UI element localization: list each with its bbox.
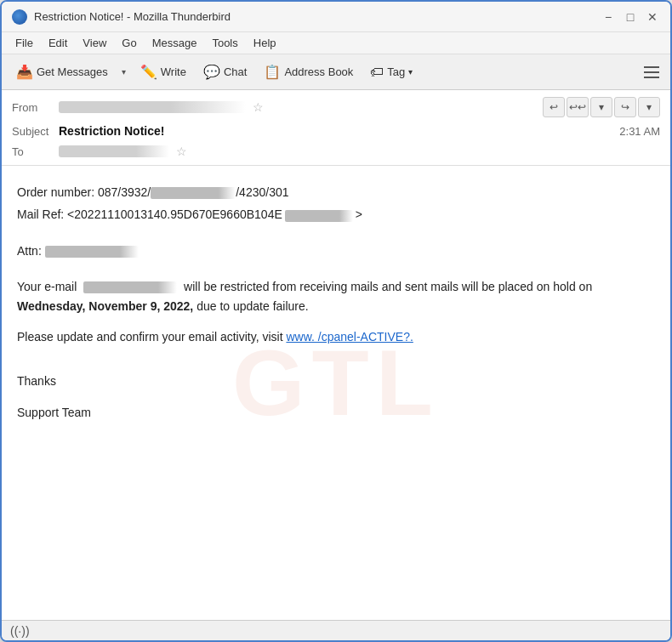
window-controls: − □ ✕: [601, 9, 660, 25]
menu-message[interactable]: Message: [145, 35, 204, 51]
mail-ref-prefix: Mail Ref: <20221110013140.95D670E9660B10…: [17, 207, 282, 221]
tag-label: Tag: [387, 65, 405, 78]
thanks-text: Thanks: [17, 374, 56, 388]
chat-button[interactable]: 💬 Chat: [196, 60, 254, 84]
hamburger-line-2: [644, 71, 659, 73]
app-icon: [12, 9, 27, 25]
menu-bar: File Edit View Go Message Tools Help: [2, 32, 670, 54]
menu-tools[interactable]: Tools: [205, 35, 244, 51]
close-button[interactable]: ✕: [645, 9, 660, 25]
hamburger-menu-button[interactable]: [640, 60, 663, 84]
nav-dropdown-button[interactable]: ▾: [590, 97, 612, 117]
to-star[interactable]: ☆: [176, 145, 187, 158]
email-header: From ☆ ↩ ↩↩ ▾ ↪ ▾ Subject Restriction No…: [2, 90, 670, 166]
from-row: From ☆ ↩ ↩↩ ▾ ↪ ▾: [12, 94, 660, 121]
menu-file[interactable]: File: [9, 35, 40, 51]
star-button[interactable]: ☆: [253, 100, 264, 114]
email-blurred: [83, 281, 177, 293]
body-paragraph-1: Your e-mail will be restricted from rece…: [17, 277, 655, 315]
forward-button[interactable]: ↪: [614, 97, 636, 117]
body-text-1-middle: will be restricted from receiving mails …: [184, 280, 592, 293]
mail-ref-line: Mail Ref: <20221110013140.95D670E9660B10…: [17, 205, 655, 224]
from-label: From: [12, 101, 59, 114]
write-label: Write: [161, 65, 186, 78]
signal-icon: ((·)): [10, 624, 30, 638]
reply-all-button[interactable]: ↩↩: [567, 97, 589, 117]
order-prefix: Order number: 087/3932/: [17, 185, 151, 199]
toolbar: 📥 Get Messages ▾ ✏️ Write 💬 Chat 📋 Addre…: [2, 54, 670, 90]
address-book-label: Address Book: [284, 65, 353, 78]
hamburger-line-1: [644, 66, 659, 68]
thanks-line: Thanks: [17, 372, 655, 390]
nav-buttons: ↩ ↩↩ ▾ ↪ ▾: [543, 97, 660, 117]
mail-ref-suffix: >: [356, 207, 362, 221]
order-number-line: Order number: 087/3932//4230/301: [17, 183, 655, 202]
tag-button[interactable]: 🏷 Tag ▾: [362, 60, 420, 84]
subject-value: Restriction Notice!: [59, 124, 164, 138]
support-text: Support Team: [17, 406, 91, 419]
get-messages-icon: 📥: [16, 64, 33, 80]
body-text-1-prefix: Your e-mail: [17, 280, 77, 293]
menu-go[interactable]: Go: [115, 35, 143, 51]
chat-label: Chat: [224, 65, 247, 78]
write-icon: ✏️: [140, 64, 157, 80]
get-messages-label: Get Messages: [37, 65, 108, 78]
attn-label: Attn:: [17, 244, 42, 258]
address-book-button[interactable]: 📋 Address Book: [256, 60, 361, 84]
thunderbird-window: Restriction Notice! - Mozilla Thunderbir…: [0, 0, 672, 642]
support-team-line: Support Team: [17, 403, 655, 422]
subject-label: Subject: [12, 125, 59, 138]
address-book-icon: 📋: [264, 64, 281, 80]
maximize-button[interactable]: □: [623, 9, 638, 25]
order-suffix: /4230/301: [236, 185, 288, 199]
email-body: GTL Order number: 087/3932//4230/301 Mai…: [2, 166, 670, 620]
order-blurred: [151, 187, 236, 199]
to-value-blurred: [59, 145, 169, 157]
body-text-1-suffix: due to update failure.: [196, 299, 309, 313]
write-button[interactable]: ✏️ Write: [133, 60, 194, 84]
email-time: 2:31 AM: [619, 125, 660, 138]
tag-dropdown-arrow: ▾: [408, 67, 413, 77]
body-paragraph-2: Please update and confirm your email act…: [17, 327, 655, 346]
from-value-blurred: [59, 101, 246, 113]
title-bar: Restriction Notice! - Mozilla Thunderbir…: [2, 2, 670, 32]
chat-icon: 💬: [203, 64, 220, 80]
menu-edit[interactable]: Edit: [42, 35, 74, 51]
get-messages-dropdown[interactable]: ▾: [117, 62, 131, 82]
status-bar: ((·)): [2, 620, 670, 640]
mail-ref-blurred: [285, 210, 353, 222]
more-button[interactable]: ▾: [638, 97, 660, 117]
tag-icon: 🏷: [370, 65, 384, 80]
window-title: Restriction Notice! - Mozilla Thunderbir…: [34, 10, 601, 23]
to-row: To ☆: [12, 141, 660, 162]
to-label: To: [12, 145, 59, 158]
menu-view[interactable]: View: [76, 35, 113, 51]
menu-help[interactable]: Help: [247, 35, 283, 51]
minimize-button[interactable]: −: [601, 9, 616, 25]
date-bold: Wednesday, November 9, 2022,: [17, 299, 193, 313]
attn-line: Attn:: [17, 241, 655, 260]
phishing-link[interactable]: www. /cpanel-ACTIVE?.: [286, 330, 413, 344]
hamburger-line-3: [644, 77, 659, 78]
attn-value-blurred: [45, 246, 139, 258]
reply-button[interactable]: ↩: [543, 97, 565, 117]
get-messages-button[interactable]: 📥 Get Messages: [9, 60, 116, 84]
body-text-2-prefix: Please update and confirm your email act…: [17, 330, 283, 344]
subject-row: Subject Restriction Notice! 2:31 AM: [12, 121, 660, 141]
